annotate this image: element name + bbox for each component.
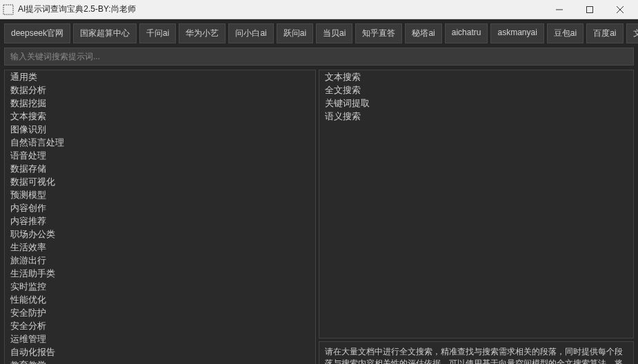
category-list-pane[interactable]: 通用类 数据分析 数据挖掘 文本搜索 图像识别 自然语言处理 语音处理 数据存储… bbox=[4, 70, 316, 364]
main-split: 通用类 数据分析 数据挖掘 文本搜索 图像识别 自然语言处理 语音处理 数据存储… bbox=[4, 70, 634, 364]
toolbar: deepseek官网 国家超算中心 千问ai 华为小艺 问小白ai 跃问ai 当… bbox=[4, 23, 634, 43]
list-item[interactable]: 实时监控 bbox=[5, 280, 315, 293]
list-item[interactable]: 全文搜索 bbox=[319, 83, 633, 97]
toolbar-button[interactable]: 知乎直答 bbox=[355, 23, 402, 43]
category-list: 通用类 数据分析 数据挖掘 文本搜索 图像识别 自然语言处理 语音处理 数据存储… bbox=[5, 70, 315, 364]
list-item[interactable]: 职场办公类 bbox=[5, 228, 315, 241]
sub-list-pane[interactable]: 文本搜索 全文搜索 关键词提取 语义搜索 bbox=[319, 70, 634, 338]
list-item[interactable]: 内容推荐 bbox=[5, 214, 315, 228]
toolbar-button[interactable]: 千问ai bbox=[139, 23, 176, 43]
client-area: deepseek官网 国家超算中心 千问ai 华为小艺 问小白ai 跃问ai 当… bbox=[0, 19, 638, 364]
list-item[interactable]: 运维管理 bbox=[5, 332, 315, 345]
window-title: AI提示词查询宝典2.5-BY:尚老师 bbox=[18, 3, 544, 15]
list-item[interactable]: 内容创作 bbox=[5, 201, 315, 214]
list-item[interactable]: 关键词提取 bbox=[319, 97, 633, 110]
list-item[interactable]: 自动化报告 bbox=[5, 345, 315, 358]
list-item[interactable]: 自然语言处理 bbox=[5, 136, 315, 149]
list-item[interactable]: 数据存储 bbox=[5, 162, 315, 175]
list-item[interactable]: 教育教学 bbox=[5, 358, 315, 364]
list-item[interactable]: 语义搜索 bbox=[319, 110, 633, 123]
search-input[interactable] bbox=[4, 48, 634, 65]
window-buttons bbox=[544, 0, 635, 19]
toolbar-button[interactable]: aichatru bbox=[445, 23, 488, 43]
toolbar-button[interactable]: 文生图 bbox=[626, 23, 638, 43]
toolbar-button[interactable]: 百度ai bbox=[586, 23, 623, 43]
right-column: 文本搜索 全文搜索 关键词提取 语义搜索 请在大量文档中进行全文搜索，精准查找与… bbox=[319, 70, 634, 364]
maximize-button[interactable] bbox=[575, 0, 605, 19]
list-item[interactable]: 生活效率 bbox=[5, 241, 315, 254]
toolbar-button[interactable]: 秘塔ai bbox=[405, 23, 441, 43]
toolbar-button[interactable]: 国家超算中心 bbox=[73, 23, 137, 43]
list-item[interactable]: 文本搜索 bbox=[5, 110, 315, 123]
list-item[interactable]: 预测模型 bbox=[5, 188, 315, 201]
svg-rect-2 bbox=[587, 7, 593, 13]
list-item[interactable]: 安全防护 bbox=[5, 306, 315, 319]
search-row bbox=[4, 48, 634, 65]
toolbar-button[interactable]: 跃问ai bbox=[277, 23, 313, 43]
titlebar: AI提示词查询宝典2.5-BY:尚老师 bbox=[0, 0, 638, 19]
app-icon bbox=[3, 4, 14, 15]
toolbar-button[interactable]: 华为小艺 bbox=[179, 23, 226, 43]
description-box: 请在大量文档中进行全文搜索，精准查找与搜索需求相关的段落，同时提供每个段落与搜索… bbox=[319, 341, 634, 364]
list-item[interactable]: 文本搜索 bbox=[319, 70, 633, 83]
toolbar-button[interactable]: 豆包ai bbox=[547, 23, 584, 43]
list-item[interactable]: 数据挖掘 bbox=[5, 97, 315, 110]
toolbar-button[interactable]: 问小白ai bbox=[228, 23, 273, 43]
list-item[interactable]: 语音处理 bbox=[5, 149, 315, 162]
toolbar-button[interactable]: 当贝ai bbox=[316, 23, 352, 43]
sub-list: 文本搜索 全文搜索 关键词提取 语义搜索 bbox=[319, 70, 633, 123]
svg-rect-0 bbox=[3, 5, 13, 14]
toolbar-button[interactable]: deepseek官网 bbox=[4, 23, 70, 43]
list-item[interactable]: 数据分析 bbox=[5, 83, 315, 97]
toolbar-button[interactable]: askmanyai bbox=[490, 23, 544, 43]
list-item[interactable]: 生活助手类 bbox=[5, 267, 315, 280]
list-item[interactable]: 数据可视化 bbox=[5, 175, 315, 188]
minimize-button[interactable] bbox=[544, 0, 575, 19]
close-button[interactable] bbox=[605, 0, 635, 19]
list-item[interactable]: 旅游出行 bbox=[5, 254, 315, 267]
list-item[interactable]: 通用类 bbox=[5, 70, 315, 83]
list-item[interactable]: 图像识别 bbox=[5, 123, 315, 136]
list-item[interactable]: 安全分析 bbox=[5, 319, 315, 332]
list-item[interactable]: 性能优化 bbox=[5, 293, 315, 306]
